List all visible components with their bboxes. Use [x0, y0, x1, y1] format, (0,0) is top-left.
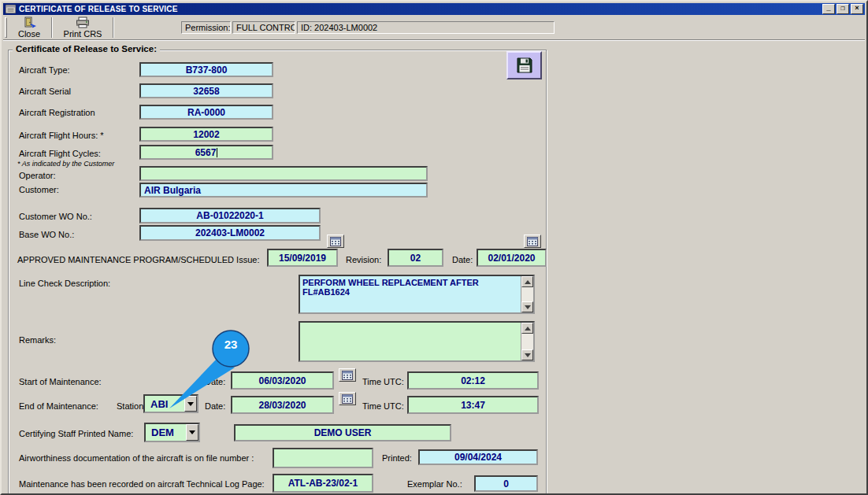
close-window-button[interactable]: × [851, 4, 863, 14]
app-icon [6, 5, 16, 13]
start-time-field[interactable]: 02:12 [407, 371, 539, 390]
start-date-calendar-button[interactable] [339, 368, 356, 382]
certifying-staff-name-field[interactable]: DEMO USER [234, 424, 451, 441]
tech-log-label: Maintenance has been recorded on aircraf… [19, 479, 265, 489]
toolbar: Close Print CRS Permission: FULL CONTROL… [3, 15, 865, 40]
airworthiness-file-field[interactable] [273, 448, 373, 468]
base-wo-field[interactable]: 202403-LM0002 [139, 225, 321, 241]
restore-button[interactable]: ❐ [836, 4, 849, 14]
station-label: Station: [117, 401, 146, 411]
station-dropdown-button[interactable] [184, 396, 197, 412]
toolbar-separator [51, 17, 53, 38]
end-time-label: Time UTC: [362, 401, 404, 411]
app-window: CERTIFICATE OF RELEASE TO SERVICE _ ❐ × … [0, 0, 868, 495]
aircraft-serial-field[interactable]: 32658 [139, 83, 273, 98]
airworthiness-label: Airworthiness documentation of the aircr… [19, 453, 254, 463]
amp-date-label: Date: [452, 255, 473, 264]
flight-cycles-value: 6567 [195, 147, 217, 158]
print-crs-button-label: Print CRS [64, 29, 102, 39]
close-button-label: Close [18, 29, 40, 39]
printed-label: Printed: [382, 453, 412, 463]
remarks-text [300, 323, 521, 360]
remarks-scrollbar[interactable] [521, 323, 533, 360]
certifying-staff-combo[interactable]: DEM [144, 423, 200, 442]
aircraft-registration-field[interactable]: RA-0000 [139, 105, 273, 120]
end-date-field[interactable]: 28/03/2020 [231, 396, 334, 414]
record-id-value: ID: 202403-LM0002 [297, 21, 555, 34]
start-date-label: Date: [205, 377, 225, 386]
certifying-staff-label: Certifying Staff Printed Name: [19, 429, 133, 438]
save-button[interactable] [506, 51, 542, 79]
remarks-label: Remarks: [19, 335, 56, 345]
arrow-down-icon [525, 305, 531, 309]
tech-log-page-field[interactable]: ATL-AB-23/02-1 [273, 474, 373, 493]
calendar-icon [342, 394, 353, 404]
window-title: CERTIFICATE OF RELEASE TO SERVICE [19, 5, 821, 13]
end-date-calendar-button[interactable] [339, 392, 356, 405]
toolbar-grip [5, 17, 7, 38]
crs-group-title: Certificate of Release to Service: [13, 44, 160, 54]
text-cursor [217, 148, 217, 157]
toolbar-separator [113, 17, 114, 38]
calendar-icon [527, 237, 538, 246]
end-maintenance-label: End of Maintenance: [19, 401, 98, 411]
line-check-textarea[interactable]: PERFORM WHEEL REPLACEMENT AFTER FL#AB162… [299, 275, 535, 314]
save-floppy-icon [516, 57, 533, 74]
customer-footnote: * As indicated by the Customer [17, 160, 114, 168]
scroll-down-button[interactable] [521, 349, 533, 360]
scroll-down-button[interactable] [521, 301, 533, 312]
minimize-button[interactable]: _ [822, 4, 835, 14]
aircraft-serial-label: Aircraft Serial [19, 87, 71, 96]
customer-label: Customer: [19, 185, 59, 194]
amp-revision-label: Revision: [346, 255, 381, 264]
remarks-textarea[interactable] [299, 321, 535, 362]
amp-issue-calendar-button[interactable] [327, 235, 344, 248]
permission-label: Permission: [181, 21, 231, 34]
arrow-down-icon [525, 353, 531, 357]
aircraft-type-field[interactable]: B737-800 [139, 62, 273, 77]
exemplar-field[interactable]: 0 [474, 475, 538, 492]
exemplar-label: Exemplar No.: [407, 479, 462, 489]
printed-date-field[interactable]: 09/04/2024 [418, 449, 538, 465]
aircraft-registration-label: Aircraft Registration [19, 108, 95, 117]
exit-door-icon [22, 17, 36, 28]
end-time-field[interactable]: 13:47 [407, 396, 539, 414]
amp-date-field[interactable]: 02/01/2020 [477, 249, 547, 267]
arrow-up-icon [525, 280, 531, 284]
flight-hours-field[interactable]: 12002 [139, 127, 273, 142]
amp-label: APPROVED MAINTENANCE PROGRAM/SCHEDULED I… [17, 255, 259, 264]
operator-field[interactable] [139, 166, 428, 181]
print-crs-button[interactable]: Print CRS [55, 16, 110, 39]
customer-field[interactable]: AIR Bulgaria [139, 183, 428, 198]
calendar-icon [330, 237, 341, 246]
flight-cycles-label: Aircraft Flight Cycles: [19, 149, 101, 158]
chevron-down-icon [187, 402, 194, 406]
flight-cycles-field[interactable]: 6567 [139, 145, 273, 160]
station-combo[interactable]: ABI [143, 394, 198, 413]
chevron-down-icon [189, 430, 195, 434]
amp-date-calendar-button[interactable] [524, 235, 541, 248]
title-bar: CERTIFICATE OF RELEASE TO SERVICE _ ❐ × [3, 3, 865, 15]
end-date-label: Date: [205, 401, 225, 411]
line-check-scrollbar[interactable] [521, 276, 533, 312]
operator-label: Operator: [19, 171, 55, 180]
arrow-up-icon [525, 327, 531, 331]
customer-wo-label: Customer WO No.: [19, 212, 92, 221]
amp-revision-field[interactable]: 02 [388, 249, 443, 267]
station-value: ABI [145, 396, 184, 412]
certifying-staff-dropdown-button[interactable] [186, 424, 198, 441]
certifying-staff-code: DEM [146, 424, 186, 441]
base-wo-label: Base WO No.: [19, 230, 74, 239]
permission-value: FULL CONTROL [232, 21, 295, 34]
amp-issue-field[interactable]: 15/09/2019 [267, 249, 338, 267]
start-maintenance-label: Start of Maintenance: [19, 377, 102, 386]
line-check-text: PERFORM WHEEL REPLACEMENT AFTER FL#AB162… [300, 276, 521, 312]
scroll-up-button[interactable] [521, 276, 533, 287]
aircraft-type-label: Aircraft Type: [19, 65, 70, 75]
calendar-icon [342, 371, 353, 380]
close-button[interactable]: Close [10, 16, 48, 39]
flight-hours-label: Aircraft Flight Hours: * [19, 131, 104, 140]
start-date-field[interactable]: 06/03/2020 [231, 371, 334, 390]
customer-wo-field[interactable]: AB-01022020-1 [139, 208, 321, 223]
scroll-up-button[interactable] [521, 323, 533, 334]
